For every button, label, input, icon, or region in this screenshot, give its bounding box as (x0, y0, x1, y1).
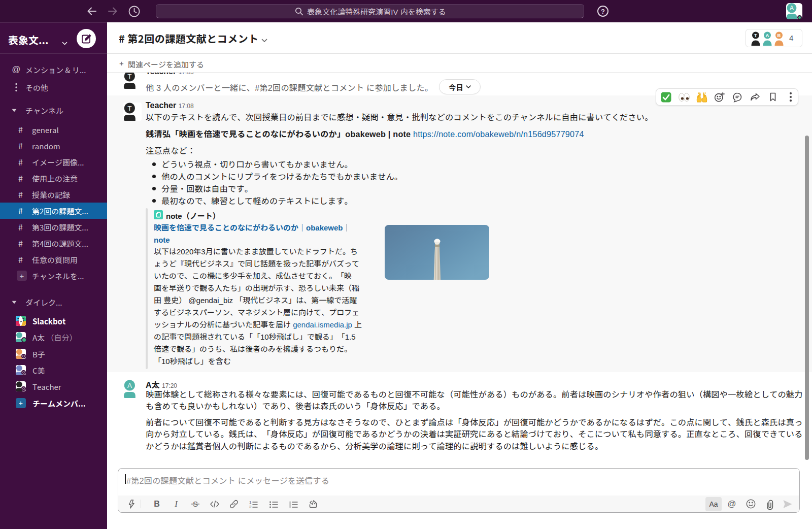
svg-text:?: ? (601, 8, 605, 15)
svg-text:T: T (754, 32, 757, 38)
svg-text:B: B (777, 32, 781, 38)
svg-text:A: A (127, 382, 132, 389)
svg-text:T: T (127, 105, 131, 112)
svg-text:A: A (790, 5, 794, 12)
svg-text:A: A (766, 32, 769, 38)
svg-text:1: 1 (249, 500, 252, 505)
svg-text:2: 2 (249, 505, 252, 509)
svg-text:T: T (127, 73, 131, 80)
